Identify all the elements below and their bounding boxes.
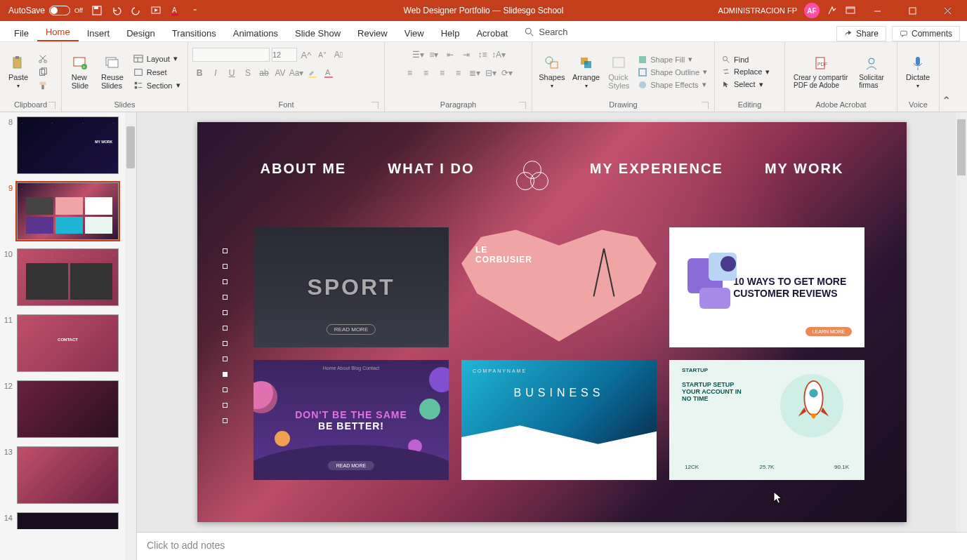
svg-text:A: A xyxy=(325,68,331,76)
clear-formatting-icon[interactable]: A⃠ xyxy=(331,48,346,62)
svg-rect-23 xyxy=(41,85,44,89)
slide-thumbnail-12[interactable]: 12 xyxy=(0,376,136,442)
slide-thumbnail-13[interactable]: 13 xyxy=(0,442,136,508)
increase-font-icon[interactable]: A^ xyxy=(299,48,313,62)
ribbon: Paste ▾ Clipboard + New Slide Reuse Slid… xyxy=(0,42,967,112)
search-button[interactable]: Search xyxy=(516,22,576,41)
undo-icon[interactable] xyxy=(111,5,122,16)
slide-canvas[interactable]: ABOUT ME WHAT I DO MY EXPERIENCE MY WORK… xyxy=(197,122,907,522)
dialog-launcher-icon[interactable] xyxy=(48,102,55,109)
title-bar: AutoSave Off A ⁼ Web Designer Portfolio … xyxy=(0,0,967,21)
tab-transitions[interactable]: Transitions xyxy=(164,24,225,41)
copy-button[interactable] xyxy=(35,67,51,78)
reset-button[interactable]: Reset xyxy=(131,67,183,78)
editor-scrollbar[interactable] xyxy=(956,112,967,532)
find-button[interactable]: Find xyxy=(719,55,772,65)
collapse-ribbon-button[interactable]: ⌃ xyxy=(940,42,952,112)
request-signatures-button[interactable]: Solicitar firmas xyxy=(855,54,888,91)
tab-animations[interactable]: Animations xyxy=(225,24,287,41)
select-button[interactable]: Select ▾ xyxy=(719,79,772,90)
dictate-button[interactable]: Dictate▾ xyxy=(902,53,934,91)
redo-icon[interactable] xyxy=(131,5,142,16)
dialog-launcher-icon[interactable] xyxy=(371,102,379,109)
new-slide-button[interactable]: + New Slide xyxy=(66,53,94,91)
smartart-button[interactable]: ⟳▾ xyxy=(500,66,514,80)
numbering-button[interactable]: ≡▾ xyxy=(427,48,441,62)
bullets-button[interactable]: ☰▾ xyxy=(411,48,425,62)
replace-button[interactable]: Replace ▾ xyxy=(719,67,772,77)
font-name-input[interactable] xyxy=(192,48,270,62)
slide-thumbnail-11[interactable]: 11 CONTACT xyxy=(0,310,136,376)
quick-styles-button[interactable]: Quick Styles xyxy=(605,53,633,91)
cut-button[interactable] xyxy=(35,53,51,65)
shape-outline-button[interactable]: Shape Outline ▾ xyxy=(636,67,710,77)
user-avatar[interactable]: AF xyxy=(804,3,820,18)
slide-thumbnail-9[interactable]: 9 ···· xyxy=(0,178,136,244)
minimize-button[interactable] xyxy=(863,0,891,21)
autosave-toggle[interactable]: AutoSave Off xyxy=(8,6,83,15)
notes-pane[interactable]: Click to add notes xyxy=(137,532,967,560)
decrease-indent-button[interactable]: ⇤ xyxy=(443,48,457,62)
dialog-launcher-icon[interactable] xyxy=(519,102,526,109)
align-text-button[interactable]: ⊟▾ xyxy=(484,66,498,80)
shape-effects-button[interactable]: Shape Effects ▾ xyxy=(636,79,710,90)
paste-button[interactable]: Paste ▾ xyxy=(4,53,32,91)
tab-design[interactable]: Design xyxy=(118,24,163,41)
shapes-button[interactable]: Shapes▾ xyxy=(537,53,567,91)
text-direction-button[interactable]: ↕A▾ xyxy=(492,48,506,62)
nav-what: WHAT I DO xyxy=(388,161,474,193)
maximize-button[interactable] xyxy=(898,0,926,21)
italic-button[interactable]: I xyxy=(209,66,223,80)
slide-thumbnail-8[interactable]: 8 ···· MY WORK xyxy=(0,112,136,178)
tab-review[interactable]: Review xyxy=(349,24,396,41)
shape-fill-button[interactable]: Shape Fill ▾ xyxy=(636,54,710,65)
increase-indent-button[interactable]: ⇥ xyxy=(459,48,473,62)
rocket-icon xyxy=(794,380,833,429)
reuse-slides-button[interactable]: Reuse Slides xyxy=(97,53,128,91)
tab-slideshow[interactable]: Slide Show xyxy=(287,24,349,41)
columns-button[interactable]: ≣▾ xyxy=(468,66,482,80)
tab-file[interactable]: File xyxy=(6,24,37,41)
align-right-button[interactable]: ≡ xyxy=(435,66,449,80)
tab-help[interactable]: Help xyxy=(433,24,468,41)
font-color-icon[interactable]: A xyxy=(170,5,181,16)
line-spacing-button[interactable]: ↕≡ xyxy=(475,48,489,62)
align-left-button[interactable]: ≡ xyxy=(403,66,417,80)
change-case-button[interactable]: Aa▾ xyxy=(289,66,303,80)
justify-button[interactable]: ≡ xyxy=(452,66,466,80)
decrease-font-icon[interactable]: A˅ xyxy=(315,48,329,62)
save-icon[interactable] xyxy=(91,5,103,16)
autosave-state: Off xyxy=(74,7,83,14)
tab-acrobat[interactable]: Acrobat xyxy=(468,24,516,41)
highlight-color-button[interactable] xyxy=(305,66,320,80)
share-button[interactable]: Share xyxy=(836,26,886,41)
tab-home[interactable]: Home xyxy=(37,22,79,41)
shadow-button[interactable]: S xyxy=(241,66,255,80)
coming-soon-icon[interactable] xyxy=(827,5,838,16)
font-color-button[interactable]: A xyxy=(322,66,336,80)
slideshow-icon[interactable] xyxy=(150,5,162,16)
layout-button[interactable]: Layout ▾ xyxy=(131,53,183,65)
slide-thumbnail-14[interactable]: 14 xyxy=(0,508,136,529)
spacing-button[interactable]: AV xyxy=(273,66,287,80)
arrange-button[interactable]: Arrange▾ xyxy=(570,53,602,91)
format-painter-button[interactable] xyxy=(35,80,51,91)
tab-insert[interactable]: Insert xyxy=(79,24,119,41)
svg-point-55 xyxy=(809,389,817,397)
font-group-label: Font xyxy=(278,100,294,109)
bold-button[interactable]: B xyxy=(192,66,206,80)
comments-button[interactable]: Comments xyxy=(892,26,960,41)
more-qat-icon[interactable]: ⁼ xyxy=(190,5,201,16)
strikethrough-button[interactable]: ab xyxy=(257,66,271,80)
font-size-input[interactable] xyxy=(272,48,297,62)
slide-thumbnail-10[interactable]: 10 ···· xyxy=(0,244,136,310)
dialog-launcher-icon[interactable] xyxy=(702,102,709,109)
ribbon-display-icon[interactable] xyxy=(845,5,856,16)
align-center-button[interactable]: ≡ xyxy=(419,66,433,80)
create-pdf-button[interactable]: PDFCrear y compartir PDF de Adobe xyxy=(789,54,852,91)
tab-view[interactable]: View xyxy=(396,24,433,41)
close-button[interactable] xyxy=(933,0,961,21)
section-button[interactable]: Section ▾ xyxy=(131,80,183,91)
thumbnails-scrollbar[interactable] xyxy=(125,112,136,560)
underline-button[interactable]: U xyxy=(225,66,239,80)
